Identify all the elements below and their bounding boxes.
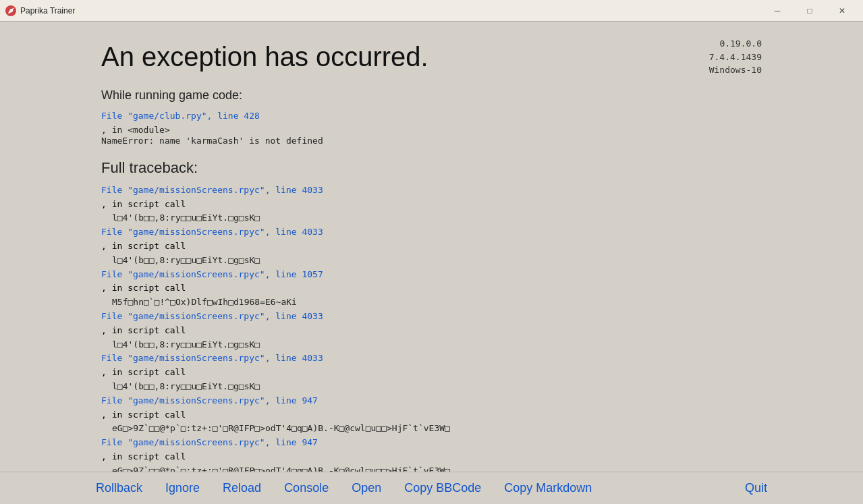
traceback-code-line: eG□>9Z`□□@*p`□:tz+:□'□R@IFP□>odT'4□q□A)B…	[101, 422, 748, 436]
title-bar: 🌶 Paprika Trainer ─ □ ✕	[0, 0, 863, 22]
title-bar-left: 🌶 Paprika Trainer	[5, 5, 75, 16]
title-bar-title: Paprika Trainer	[20, 6, 75, 16]
traceback-code-line: l□4'(b□□,8:ry□□u□EiYt.□g□sK□	[101, 338, 748, 352]
reload-button[interactable]: Reload	[215, 478, 269, 498]
traceback-file-link[interactable]: File "game/missionScreens.rpyc", line 10…	[101, 268, 748, 282]
version-info: 0.19.0.0 7.4.4.1439 Windows-10	[709, 37, 762, 77]
app-icon: 🌶	[5, 5, 16, 16]
footer: Rollback Ignore Reload Console Open Copy…	[0, 472, 863, 504]
traceback-inline: , in script call	[101, 451, 186, 461]
traceback-code-line: eG□>9Z`□□@*p`□:tz+:□'□R@IFP□>odT'4□q□A)B…	[101, 464, 748, 472]
traceback-file-link[interactable]: File "game/missionScreens.rpyc", line 94…	[101, 436, 748, 450]
version-line2: 7.4.4.1439	[709, 51, 762, 64]
title-bar-controls: ─ □ ✕	[762, 1, 858, 20]
traceback-code-line: l□4'(b□□,8:ry□□u□EiYt.□g□sK□	[101, 380, 748, 394]
error-message: NameError: name 'karmaCash' is not defin…	[101, 136, 762, 146]
traceback-file-link[interactable]: File "game/missionScreens.rpyc", line 40…	[101, 310, 748, 324]
traceback-inline: , in script call	[101, 325, 186, 335]
traceback-file-link[interactable]: File "game/missionScreens.rpyc", line 40…	[101, 352, 748, 366]
close-button[interactable]: ✕	[827, 1, 858, 20]
minimize-button[interactable]: ─	[762, 1, 793, 20]
traceback-code-line: l□4'(b□□,8:ry□□u□EiYt.□g□sK□	[101, 211, 748, 225]
traceback-inline: , in script call	[101, 241, 186, 251]
copy-bbcode-button[interactable]: Copy BBCode	[396, 478, 489, 498]
traceback-file-link[interactable]: File "game/missionScreens.rpyc", line 40…	[101, 184, 748, 198]
traceback-code-line: l□4'(b□□,8:ry□□u□EiYt.□g□sK□	[101, 254, 748, 268]
quit-button[interactable]: Quit	[737, 478, 775, 498]
traceback-title: Full traceback:	[101, 159, 762, 177]
maximize-button[interactable]: □	[794, 1, 825, 20]
main-content: An exception has occurred. While running…	[0, 22, 863, 472]
traceback-section: Full traceback: File "game/missionScreen…	[101, 159, 762, 472]
open-button[interactable]: Open	[343, 478, 389, 498]
exception-title: An exception has occurred.	[101, 42, 762, 72]
traceback-inline: , in script call	[101, 283, 186, 293]
version-line1: 0.19.0.0	[709, 37, 762, 51]
context-header: While running game code:	[101, 88, 762, 103]
traceback-inline: , in script call	[101, 410, 186, 420]
context-file-inline: , in <module>	[101, 125, 170, 135]
traceback-content[interactable]: File "game/missionScreens.rpyc", line 40…	[101, 184, 762, 472]
rollback-button[interactable]: Rollback	[88, 478, 150, 498]
console-button[interactable]: Console	[276, 478, 337, 498]
traceback-inline: , in script call	[101, 367, 186, 377]
error-context: While running game code: File "game/club…	[101, 88, 762, 146]
copy-markdown-button[interactable]: Copy Markdown	[496, 478, 600, 498]
traceback-file-link[interactable]: File "game/missionScreens.rpyc", line 40…	[101, 225, 748, 240]
version-line3: Windows-10	[709, 63, 762, 77]
traceback-inline: , in script call	[101, 199, 186, 209]
traceback-file-link[interactable]: File "game/missionScreens.rpyc", line 94…	[101, 394, 748, 408]
context-file-link[interactable]: File "game/club.rpy", line 428	[101, 109, 762, 123]
traceback-code-line: M5f□hn□`□!^□Ox)Dlf□wIh□d1968=E6~aKi	[101, 296, 748, 310]
traceback-scroll-wrapper: File "game/missionScreens.rpyc", line 40…	[101, 184, 762, 472]
ignore-button[interactable]: Ignore	[157, 478, 208, 498]
